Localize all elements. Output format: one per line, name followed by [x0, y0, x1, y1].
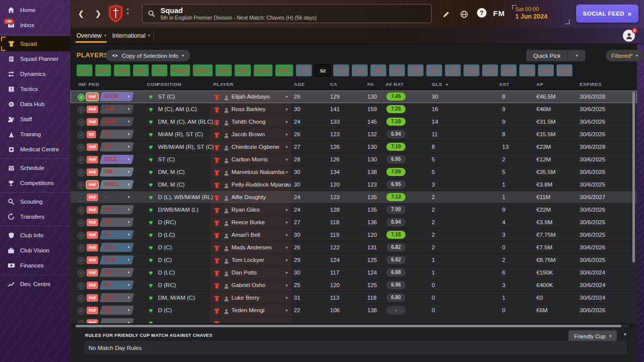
selection-dropdown[interactable]: STCL▾	[100, 155, 134, 164]
player-name[interactable]: Pelly-Ruddock Mpanzu	[231, 178, 291, 191]
player-actions-chevron[interactable]: ▾	[286, 292, 288, 304]
row-checkbox[interactable]: ✓	[77, 244, 85, 252]
row-checkbox[interactable]: ✓	[77, 194, 85, 202]
world-news-icon[interactable]	[459, 9, 469, 19]
filter-sub-s15[interactable]: S15	[556, 64, 573, 76]
row-checkbox[interactable]: ✓	[77, 320, 85, 323]
player-actions-chevron[interactable]: ▾	[286, 216, 288, 229]
forward-button[interactable]: ❯	[92, 7, 105, 20]
filter-sub-s6[interactable]: S6	[389, 64, 405, 76]
search-title-box[interactable]: Squad 5th in English Premier Division - …	[142, 4, 432, 23]
filter-sub-s13[interactable]: S13	[519, 64, 535, 76]
player-name[interactable]: Chiedozie Ogbene	[231, 141, 279, 153]
selection-dropdown[interactable]: DCR▾	[100, 255, 134, 264]
selection-dropdown[interactable]: DR▾	[100, 281, 134, 290]
player-name[interactable]: Tahith Chong	[231, 116, 266, 128]
player-name[interactable]: Tom Lockyer	[231, 254, 264, 266]
competition-selector[interactable]: Friendly Cup ▾	[569, 330, 617, 342]
table-row[interactable]: ✓HolS9▾♥D (C)Teden Mengi▾22106138-00€6M3…	[70, 304, 637, 317]
player-actions-chevron[interactable]: ▾	[286, 204, 288, 216]
selection-dropdown[interactable]: AMR▾	[100, 117, 134, 126]
game-date[interactable]: Sat 00:00 1 Jun 2024	[512, 5, 567, 24]
sidebar-item-training[interactable]: Training	[0, 127, 70, 142]
player-actions-chevron[interactable]: ▾	[286, 166, 288, 178]
player-name[interactable]: Amari'i Bell	[231, 229, 260, 241]
filter-sub-s4[interactable]: S4	[352, 64, 368, 76]
player-actions-chevron[interactable]: ▾	[286, 279, 288, 292]
player-name[interactable]: Jacob Brown	[231, 128, 265, 141]
sidebar-item-tactics[interactable]: Tactics	[0, 81, 70, 97]
selection-dropdown[interactable]: S9▾	[100, 306, 134, 315]
table-row[interactable]: ✓HolS5▾♥D/WB/M/AM (L)Ryan Giles▾24128135…	[70, 204, 637, 216]
row-checkbox[interactable]: ✓	[77, 307, 85, 315]
sidebar-item-club-info[interactable]: Club Info	[0, 228, 70, 243]
table-row[interactable]: ✓HolDL▾♥D (LC)Amari'i Bell▾301191207.152…	[70, 229, 637, 241]
player-name[interactable]: Marvelous Nakamba	[231, 166, 284, 178]
table-row[interactable]: ✓HolAMR▾♥DM, M (C), AM (RLC),...Tahith C…	[70, 116, 637, 128]
vertical-scrollbar[interactable]	[632, 92, 635, 262]
selection-dropdown[interactable]: DM...▾	[100, 167, 134, 176]
player-name[interactable]: Alfie Doughty	[231, 191, 266, 204]
table-row[interactable]: ✓HolS6▾♥D (RC)Reece Burke▾271181366.9424…	[70, 216, 637, 229]
column-header-con[interactable]: CON	[147, 78, 158, 90]
sidebar-item-inbox[interactable]: 150Inbox	[0, 18, 70, 33]
filter-sub-s14[interactable]: S14	[538, 64, 554, 76]
help-icon[interactable]: ?	[477, 8, 487, 18]
player-actions-chevron[interactable]: ▾	[286, 178, 288, 191]
row-checkbox[interactable]: ✓	[77, 119, 85, 126]
column-header-av-rat[interactable]: AV RAT	[385, 78, 404, 90]
filter-position-stcr[interactable]: STCR	[254, 64, 273, 76]
column-header-pkd[interactable]: PKD	[89, 78, 99, 90]
table-row[interactable]: ✓HolS8▾♥D (LC)Dan Potts▾301171246.8816€1…	[70, 266, 637, 279]
row-checkbox[interactable]: ✓	[77, 131, 85, 139]
table-row[interactable]: ✓HolDCR▾♥D (C)Tom Lockyer▾291241256.8212…	[70, 254, 637, 266]
table-row[interactable]: ✓HolDMCL▾♥DM, M (C)Pelly-Ruddock Mpanzu▾…	[70, 178, 637, 191]
player-actions-chevron[interactable]: ▾	[286, 116, 288, 128]
row-checkbox[interactable]: ✓	[77, 182, 85, 189]
filter-sub-s8[interactable]: S8	[426, 64, 442, 76]
filter-sub-s12[interactable]: S12	[501, 64, 517, 76]
filter-position-aml[interactable]: AML	[234, 64, 251, 76]
selection-info-dropdown[interactable]: Copy of Selection Info ▾	[106, 50, 190, 61]
sidebar-item-finances[interactable]: Finances	[0, 258, 70, 273]
tab-international[interactable]: International▾	[112, 28, 150, 43]
filter-position-dmcr[interactable]: DMCR	[170, 64, 191, 76]
player-actions-chevron[interactable]: ▾	[286, 153, 288, 166]
player-actions-chevron[interactable]: ▾	[286, 304, 288, 317]
table-row[interactable]: ✓HolDCL▾♥D (C)Mads Andersen▾261221316.82…	[70, 241, 637, 254]
filter-sub-s3[interactable]: S3	[333, 64, 349, 76]
row-checkbox[interactable]: ✓	[77, 282, 85, 290]
selection-dropdown[interactable]: S6▾	[100, 218, 134, 227]
table-row[interactable]: ✓HolSTCR▾♥ST (C)Elijah Adebayo▾261291307…	[70, 90, 637, 103]
filter-position-gk[interactable]: GK	[76, 64, 93, 76]
player-name[interactable]: Luke Berry	[231, 292, 260, 304]
player-actions-chevron[interactable]: ▾	[286, 128, 288, 141]
filter-sub-s11[interactable]: S11	[482, 64, 498, 76]
table-row[interactable]: ✓HolS15▾♥DM, M/AM (C)Luke Berry▾31113118…	[70, 292, 637, 304]
table-row[interactable]: ✓HolDR▾♥D (RC)Gabriel Osho▾251201256.960…	[70, 279, 637, 292]
column-header-player[interactable]: PLAYER	[213, 78, 233, 90]
player-name[interactable]: Dan Potts	[231, 266, 257, 279]
table-row[interactable]: ✓HolSTCL▾♥ST (C)Carlton Morris▾281261306…	[70, 153, 637, 166]
filter-sub-s10[interactable]: S10	[463, 64, 479, 76]
filter-position-amr[interactable]: AMR	[215, 64, 232, 76]
selection-dropdown[interactable]: DCL▾	[100, 243, 134, 252]
player-name[interactable]: Gabriel Osho	[231, 279, 266, 292]
column-header-ca[interactable]: CA	[330, 78, 338, 90]
row-checkbox[interactable]: ✓	[77, 269, 85, 277]
sidebar-item-schedule[interactable]: Schedule	[0, 160, 70, 175]
back-button[interactable]: ❮	[74, 7, 88, 20]
column-header-pa[interactable]: PA	[367, 78, 374, 90]
player-name[interactable]: Carlton Morris	[231, 153, 268, 166]
selection-dropdown[interactable]: S15▾	[100, 293, 134, 302]
sidebar-item-dynamics[interactable]: Dynamics	[0, 66, 70, 81]
collapse-panel-chevron[interactable]: ▾	[624, 332, 626, 337]
social-feed-button[interactable]: SOCIAL FEED »	[576, 5, 638, 23]
filter-sub-s1[interactable]: S1	[296, 64, 312, 76]
selection-dropdown[interactable]: STCR▾	[100, 92, 134, 101]
selection-dropdown[interactable]: S4▾	[100, 142, 134, 151]
filter-sub-s2[interactable]: S2	[314, 64, 331, 76]
player-actions-chevron[interactable]: ▾	[286, 241, 288, 254]
selection-dropdown[interactable]: ▾	[100, 318, 134, 323]
sidebar-item-data-hub[interactable]: Data Hub	[0, 97, 70, 112]
